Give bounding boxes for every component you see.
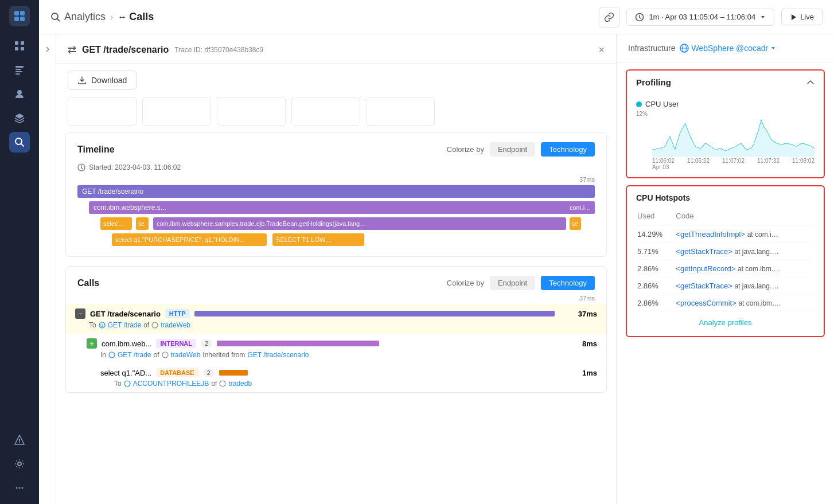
svg-point-29 (109, 352, 115, 358)
timeline-bars: GET /trade/scenario com.ibm.websphere.s.… (66, 185, 606, 256)
call-row-1-duration: 37ms (578, 310, 597, 318)
call-row-1-link-1[interactable]: GET /trade (108, 321, 141, 329)
cpu-label: CPU User (636, 94, 814, 111)
call-row-3-link-2[interactable]: tradedb (228, 380, 252, 388)
sidebar-item-warning[interactable] (9, 429, 30, 450)
timeline-bar-2b[interactable]: com.i… (566, 201, 595, 214)
call-row-3-link-1[interactable]: ACCOUNTPROFILEEJB (133, 380, 209, 388)
cpu-axis-3: 11:07:02 (722, 158, 745, 170)
topnav-right: 1m · Apr 03 11:05:04 – 11:06:04 Live (599, 7, 823, 28)
cpu-pct-label: 12% (636, 111, 648, 117)
sidebar (0, 0, 39, 504)
hotspot-3-used: 2.86% (637, 261, 675, 277)
span-summary (56, 97, 616, 132)
download-label: Download (91, 76, 127, 85)
svg-text:G: G (100, 323, 103, 327)
profiling-header[interactable]: Profiling (627, 71, 824, 94)
call-row-2-link-1[interactable]: GET /trade (118, 351, 151, 359)
svg-point-28 (152, 322, 158, 328)
hotspots-title: CPU Hotspots (636, 193, 814, 202)
infra-header: Infrastructure WebSphere @cocadr (617, 34, 834, 62)
call-row-3-bar (219, 370, 248, 376)
call-row-3-badge: DATABASE (156, 368, 198, 377)
sidebar-item-search[interactable] (9, 132, 30, 153)
breadcrumb-calls[interactable]: ↔ Calls (118, 11, 154, 23)
svg-rect-2 (14, 17, 19, 21)
timeline-bar-1[interactable]: GET /trade/scenario (77, 185, 595, 198)
close-button[interactable]: × (598, 44, 605, 56)
call-row-2-badge: INTERNAL (156, 339, 196, 348)
sidebar-item-settings[interactable] (9, 454, 30, 474)
sidebar-item-layers[interactable] (9, 108, 30, 128)
call-row-2-main: + com.ibm.web... INTERNAL 2 8ms (87, 338, 597, 349)
breadcrumb-analytics[interactable]: Analytics (50, 11, 106, 23)
link-button[interactable] (599, 7, 619, 28)
sidebar-item-dashboard[interactable] (9, 36, 30, 56)
sidebar-item-reports[interactable] (9, 60, 30, 80)
hotspots-code-col: Code (676, 209, 813, 225)
timeline-title: Timeline (77, 144, 115, 155)
cpu-axis: 11:06:02Apr 03 11:06:32 11:07:02 11:07:3… (652, 158, 814, 170)
timeline-bar-3d[interactable]: se (570, 217, 581, 230)
hotspots-table: Used Code 14.29% <getThreadInfoImpl> at … (636, 208, 814, 312)
call-row-2-link-3[interactable]: GET /trade/scenario (247, 351, 309, 359)
timeline-bar-3c[interactable]: com.ibm.websphere.samples.trade.ejb.Trad… (153, 217, 566, 230)
live-button[interactable]: Live (781, 9, 823, 25)
svg-point-16 (19, 442, 20, 443)
timeline-bar-3a[interactable]: selec… (100, 217, 132, 230)
technology-button[interactable]: Technology (541, 142, 595, 157)
svg-rect-6 (15, 47, 18, 50)
sidebar-item-users[interactable] (9, 84, 30, 104)
call-row-1-main: − GET /trade/scenario HTTP 37ms (75, 308, 597, 319)
hotspot-row-3: 2.86% <getInputRecord> at com.ibm…. (637, 261, 813, 277)
svg-rect-0 (14, 11, 19, 15)
calls-ruler-label: 37ms (579, 295, 595, 302)
timerange-label: 1m · Apr 03 11:05:04 – 11:06:04 (649, 13, 755, 21)
svg-point-12 (17, 90, 22, 95)
span-box-2 (142, 97, 211, 126)
svg-point-20 (22, 487, 24, 489)
timeline-bar-4a[interactable]: select q1."PURCHASEPRICE", q1."HOLDIN... (112, 233, 267, 246)
colorize-label: Colorize by (447, 145, 484, 154)
svg-rect-7 (21, 47, 24, 50)
sidebar-logo[interactable] (9, 6, 30, 26)
svg-line-14 (21, 144, 24, 147)
analytics-label: Analytics (64, 11, 106, 23)
hotspot-2-used: 5.71% (637, 244, 675, 260)
download-button[interactable]: Download (68, 71, 137, 90)
span-box-4 (291, 97, 360, 126)
calls-endpoint-button[interactable]: Endpoint (490, 276, 535, 290)
profiling-title: Profiling (636, 77, 671, 87)
call-row-2: + com.ibm.web... INTERNAL 2 8ms In (66, 334, 606, 364)
call-row-1-name: GET /trade/scenario (90, 310, 161, 318)
sidebar-item-more[interactable] (9, 478, 30, 498)
call-row-2-link-2[interactable]: tradeWeb (171, 351, 201, 359)
analyze-profiles-link[interactable]: Analyze profiles (636, 312, 814, 329)
timerange-button[interactable]: 1m · Apr 03 11:05:04 – 11:06:04 (626, 9, 774, 26)
call-row-2-name: com.ibm.web... (102, 339, 151, 348)
timeline-bar-2[interactable]: com.ibm.websphere.s... (89, 201, 595, 214)
call-row-1-bar (194, 311, 555, 317)
call-row-3-sub: To ACCOUNTPROFILEEJB of tradedb (114, 380, 597, 388)
svg-rect-15 (19, 439, 20, 442)
calls-technology-button[interactable]: Technology (541, 276, 595, 290)
svg-rect-4 (15, 41, 18, 45)
trace-title-icon: ⇄ (68, 44, 76, 56)
hotspot-row-2: 5.71% <getStackTrace> at java.lang…. (637, 244, 813, 260)
endpoint-button[interactable]: Endpoint (490, 142, 535, 157)
svg-point-31 (124, 381, 130, 386)
cpu-axis-5: 11:08:02 (792, 158, 814, 170)
timeline-bar-4b[interactable]: SELECT T1.LOW,... (272, 233, 364, 246)
call-row-2-collapse[interactable]: + (87, 338, 97, 349)
hotspot-2-code: <getStackTrace> at java.lang…. (676, 244, 813, 260)
infra-link[interactable]: WebSphere @cocadr (680, 44, 776, 53)
timeline-bar-3b[interactable]: se (136, 217, 149, 230)
call-row-1-link-2[interactable]: tradeWeb (161, 321, 190, 329)
live-label: Live (800, 13, 814, 21)
collapse-handle[interactable] (39, 34, 56, 504)
svg-marker-24 (792, 14, 796, 20)
cpu-section: CPU User 12% 11:06:02Apr 03 11:06:3 (627, 94, 824, 177)
call-row-1-collapse[interactable]: − (75, 308, 85, 319)
svg-point-21 (52, 13, 58, 19)
call-row-2-duration: 8ms (582, 339, 597, 348)
